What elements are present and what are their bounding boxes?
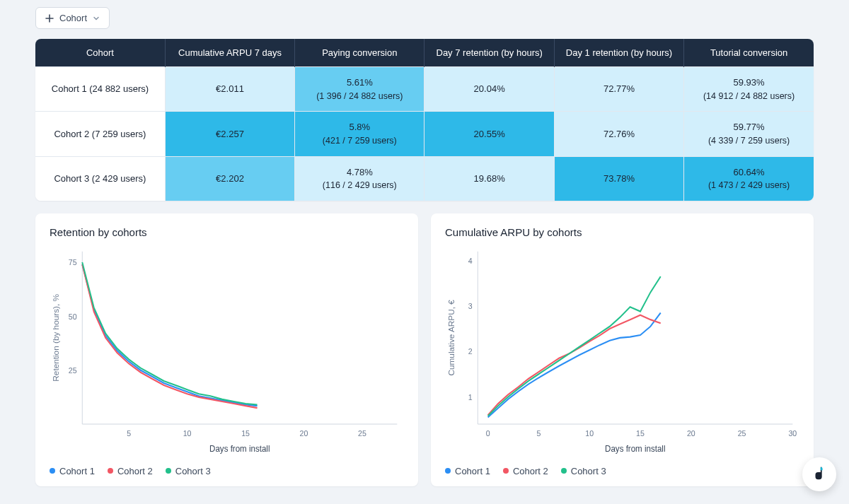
table-header: Cumulative ARPU 7 days [165, 39, 294, 67]
svg-text:5: 5 [127, 428, 131, 438]
svg-text:10: 10 [585, 428, 594, 438]
table-cell: 19.68% [424, 156, 554, 201]
legend-label: Cohort 2 [513, 466, 548, 476]
svg-text:20: 20 [687, 428, 695, 438]
table-header: Day 1 retention (by hours) [554, 39, 683, 67]
legend-dot-icon [503, 468, 509, 474]
legend-dot-icon [108, 468, 113, 474]
table-cell: 20.04% [424, 67, 554, 112]
legend-dot-icon [50, 468, 55, 474]
legend-label: Cohort 3 [175, 466, 211, 476]
table-cell: Cohort 3 (2 429 users) [35, 156, 165, 201]
table-cell: €2.202 [165, 156, 294, 201]
svg-text:Retention (by hours), %: Retention (by hours), % [52, 294, 60, 382]
table-row: Cohort 2 (7 259 users)€2.2575.8%(421 / 7… [35, 112, 814, 156]
table-cell: Cohort 1 (24 882 users) [35, 67, 165, 112]
table-cell: 4.78%(116 / 2 429 users) [295, 156, 424, 201]
legend-item[interactable]: Cohort 1 [50, 466, 95, 476]
svg-text:4: 4 [468, 256, 473, 265]
table-cell: 72.76% [554, 112, 683, 156]
svg-text:15: 15 [636, 428, 645, 438]
add-cohort-label: Cohort [59, 13, 87, 23]
table-row: Cohort 3 (2 429 users)€2.2024.78%(116 / … [35, 156, 814, 201]
svg-text:3: 3 [468, 301, 473, 310]
svg-text:Days from install: Days from install [209, 443, 270, 454]
svg-text:1: 1 [468, 392, 473, 402]
svg-text:5: 5 [536, 428, 541, 438]
table-cell: €2.257 [165, 112, 294, 156]
table-header: Day 7 retention (by hours) [424, 39, 554, 67]
legend-item[interactable]: Cohort 2 [108, 466, 153, 476]
cohort-table: CohortCumulative ARPU 7 daysPaying conve… [35, 39, 814, 201]
svg-text:75: 75 [69, 258, 77, 267]
table-cell: 5.61%(1 396 / 24 882 users) [295, 67, 424, 112]
legend-label: Cohort 1 [455, 466, 490, 476]
svg-text:25: 25 [69, 365, 77, 375]
table-cell: 72.77% [554, 67, 683, 112]
table-cell: 59.93%(14 912 / 24 882 users) [684, 67, 814, 112]
svg-text:20: 20 [300, 428, 308, 438]
table-header: Tutorial conversion [684, 39, 814, 67]
chevron-down-icon [93, 15, 100, 22]
chart-retention: Retention by cohorts 255075510152025Days… [35, 213, 418, 486]
table-cell: 73.78% [554, 156, 683, 201]
legend-item[interactable]: Cohort 1 [445, 466, 490, 476]
table-cell: Cohort 2 (7 259 users) [35, 112, 165, 156]
chart-title: Cumulative ARPU by cohorts [445, 226, 799, 238]
add-cohort-button[interactable]: Cohort [35, 7, 110, 29]
chart-legend: Cohort 1Cohort 2Cohort 3 [445, 466, 799, 476]
legend-dot-icon [561, 468, 567, 474]
legend-label: Cohort 3 [571, 466, 606, 476]
svg-text:30: 30 [788, 428, 797, 438]
legend-dot-icon [445, 468, 451, 474]
table-header: Paying conversion [295, 39, 424, 67]
brand-icon [812, 465, 827, 484]
svg-text:50: 50 [69, 312, 77, 321]
table-row: Cohort 1 (24 882 users)€2.0115.61%(1 396… [35, 67, 814, 112]
svg-text:25: 25 [738, 428, 746, 438]
legend-item[interactable]: Cohort 2 [503, 466, 548, 476]
svg-text:2: 2 [468, 347, 473, 356]
svg-text:Cumulative ARPU, €: Cumulative ARPU, € [448, 299, 456, 375]
toolbar: Cohort [35, 7, 814, 29]
svg-text:0: 0 [486, 428, 490, 438]
chart-legend: Cohort 1Cohort 2Cohort 3 [50, 466, 404, 476]
chart-arpu: Cumulative ARPU by cohorts 1234051015202… [431, 213, 814, 486]
table-cell: €2.011 [165, 67, 294, 112]
svg-text:15: 15 [241, 428, 250, 438]
svg-text:10: 10 [183, 428, 192, 438]
chart-title: Retention by cohorts [50, 226, 404, 238]
svg-text:Days from install: Days from install [605, 443, 665, 454]
brand-fab[interactable] [802, 457, 836, 491]
legend-item[interactable]: Cohort 3 [166, 466, 211, 476]
legend-label: Cohort 2 [117, 466, 153, 476]
legend-dot-icon [166, 468, 171, 474]
svg-text:25: 25 [358, 428, 366, 438]
legend-item[interactable]: Cohort 3 [561, 466, 606, 476]
table-cell: 20.55% [424, 112, 554, 156]
table-header: Cohort [35, 39, 165, 67]
table-cell: 59.77%(4 339 / 7 259 users) [684, 112, 814, 156]
table-cell: 5.8%(421 / 7 259 users) [295, 112, 424, 156]
table-cell: 60.64%(1 473 / 2 429 users) [684, 156, 814, 201]
plus-icon [45, 14, 54, 23]
legend-label: Cohort 1 [59, 466, 95, 476]
